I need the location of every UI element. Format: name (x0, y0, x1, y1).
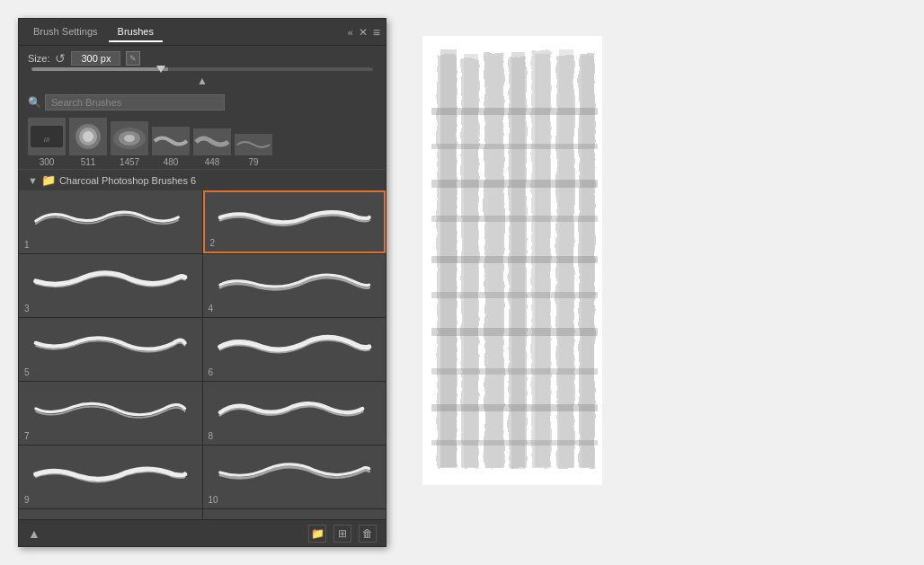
tab-brush-settings[interactable]: Brush Settings (24, 22, 107, 42)
delete-brush-icon[interactable]: 🗑 (359, 525, 377, 543)
preset-thumb-3[interactable]: 1457 (111, 121, 148, 167)
chevron-down-icon[interactable]: ▼ (28, 175, 38, 186)
brush-cell-9[interactable]: 9 (19, 446, 202, 508)
brush-label-8: 8 (209, 431, 381, 441)
svg-rect-37 (431, 108, 598, 115)
svg-rect-38 (431, 144, 598, 149)
svg-point-4 (83, 131, 93, 142)
brush-preview-svg (422, 36, 602, 485)
svg-rect-40 (431, 216, 598, 222)
main-container: Brush Settings Brushes « ✕ ≡ Size: ↺ ✎ (0, 0, 924, 565)
new-folder-icon[interactable]: 📁 (308, 525, 326, 543)
close-icon[interactable]: ✕ (359, 26, 368, 39)
brush-label-5: 5 (24, 367, 197, 377)
brush-label-6: 6 (209, 367, 381, 377)
slider-tip-icon: ▲ (197, 75, 208, 87)
size-input[interactable] (71, 51, 120, 66)
brush-cell-12[interactable]: 12 (203, 509, 386, 519)
svg-point-7 (124, 135, 135, 142)
group-name: Charcoal Photoshop Brushes 6 (59, 175, 196, 186)
brush-cell-7[interactable]: 7 (19, 382, 202, 445)
preset-label-79: 79 (248, 157, 258, 167)
add-brush-icon[interactable]: ▲ (28, 526, 40, 541)
brush-label-7: 7 (24, 431, 197, 441)
brush-cell-5[interactable]: 5 (19, 318, 202, 381)
preset-label-511: 511 (81, 157, 96, 167)
folder-icon: 📁 (41, 173, 56, 187)
panel-header: Brush Settings Brushes « ✕ ≡ (19, 19, 386, 46)
collapse-icon[interactable]: « (348, 27, 353, 38)
svg-rect-42 (431, 292, 598, 298)
brush-cell-11[interactable]: 11 (19, 509, 202, 519)
brush-label-9: 9 (24, 495, 197, 505)
brush-cell-8[interactable]: 8 (203, 382, 386, 445)
brush-panel: Brush Settings Brushes « ✕ ≡ Size: ↺ ✎ (18, 18, 386, 547)
size-label: Size: (28, 53, 49, 64)
preset-thumb-2[interactable]: 511 (69, 118, 107, 167)
search-icon: 🔍 (28, 96, 41, 109)
svg-rect-41 (431, 256, 598, 263)
brush-label-4: 4 (209, 304, 381, 313)
brush-cell-2[interactable]: 2 (203, 190, 386, 253)
brush-label-3: 3 (24, 304, 197, 313)
svg-rect-45 (431, 404, 598, 411)
panel-header-icons: « ✕ ≡ (348, 25, 380, 40)
brush-cell-10[interactable]: 10 (203, 446, 386, 508)
size-row: Size: ↺ ✎ (19, 46, 386, 67)
svg-rect-44 (431, 368, 598, 375)
size-slider-thumb[interactable] (156, 66, 165, 73)
search-input[interactable] (45, 94, 225, 110)
brush-label-10: 10 (209, 495, 381, 505)
brush-label-1: 1 (24, 240, 197, 250)
preset-thumb-1[interactable]: /// 300 (28, 118, 66, 167)
svg-rect-8 (32, 200, 189, 238)
reset-size-icon[interactable]: ↺ (55, 51, 66, 66)
preset-thumb-5[interactable]: 448 (193, 128, 231, 167)
brush-cell-1[interactable]: 1 (19, 190, 202, 253)
tab-brushes[interactable]: Brushes (109, 22, 163, 42)
brush-group-header: ▼ 📁 Charcoal Photoshop Brushes 6 (19, 169, 386, 190)
brush-cell-3[interactable]: 3 (19, 254, 202, 317)
brush-cell-4[interactable]: 4 (203, 254, 386, 317)
bottom-right-icons: 📁 ⊞ 🗑 (308, 525, 377, 543)
brush-grid: 1 2 3 4 5 6 7 8 (19, 190, 386, 519)
panel-bottom-toolbar: ▲ 📁 ⊞ 🗑 (19, 519, 386, 546)
canvas-area (413, 18, 906, 547)
preset-label-1457: 1457 (120, 157, 139, 167)
brush-cell-6[interactable]: 6 (203, 318, 386, 381)
svg-rect-43 (431, 328, 598, 336)
search-row: 🔍 (19, 91, 386, 114)
preset-thumb-4[interactable]: 480 (152, 127, 190, 167)
presets-row: /// 300 511 (19, 114, 386, 169)
size-slider-row: ▲ (19, 67, 386, 91)
edit-size-icon[interactable]: ✎ (126, 51, 140, 66)
preset-label-448: 448 (205, 157, 220, 167)
new-group-icon[interactable]: ⊞ (333, 525, 351, 543)
preset-thumb-6[interactable]: 79 (235, 134, 272, 167)
brush-label-2: 2 (210, 238, 379, 248)
svg-rect-46 (431, 440, 598, 446)
panel-tabs: Brush Settings Brushes (24, 22, 163, 42)
size-slider-track (31, 67, 373, 71)
preset-label-300: 300 (40, 157, 55, 167)
svg-text:///: /// (44, 136, 50, 144)
svg-rect-39 (431, 180, 598, 188)
menu-icon[interactable]: ≡ (373, 25, 380, 40)
preset-label-480: 480 (164, 157, 179, 167)
